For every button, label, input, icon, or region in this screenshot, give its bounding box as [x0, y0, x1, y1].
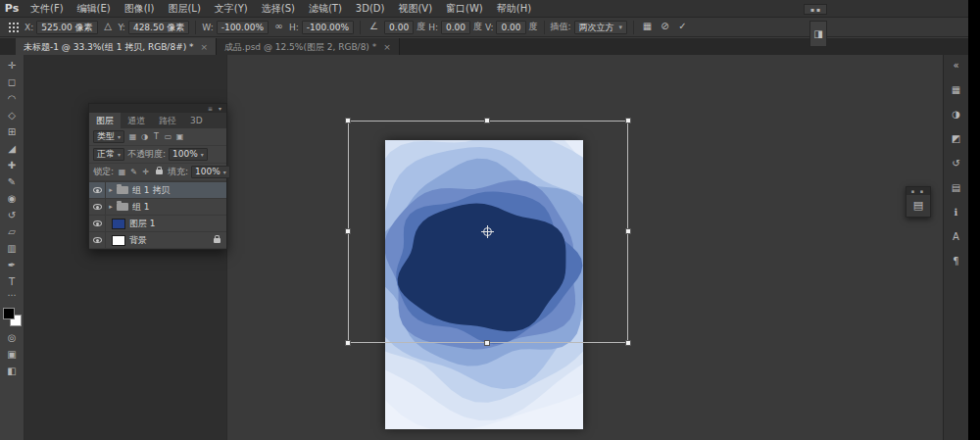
- commit-transform-button[interactable]: ✓: [675, 20, 690, 34]
- menu-type[interactable]: 文字(Y): [208, 0, 255, 18]
- vskew-input[interactable]: 0.00: [496, 21, 525, 34]
- history-brush-tool[interactable]: ↺: [3, 208, 22, 222]
- filter-smart-objects-icon[interactable]: ▣: [174, 132, 185, 141]
- menu-window[interactable]: 窗口(W): [439, 0, 490, 18]
- maintain-aspect-ratio-toggle[interactable]: ∞: [271, 20, 286, 34]
- hskew-input[interactable]: 0.00: [441, 21, 470, 34]
- adjustments-panel-icon[interactable]: ◑: [948, 107, 965, 122]
- opacity-select[interactable]: 100% ▾: [169, 148, 208, 161]
- height-input[interactable]: -100.00%: [302, 21, 354, 34]
- styles-panel-icon[interactable]: ◩: [948, 131, 965, 147]
- panel-tab-3d[interactable]: 3D: [183, 113, 210, 128]
- lock-transparency-icon[interactable]: ▦: [117, 168, 127, 176]
- expand-arrow-icon[interactable]: ▸: [106, 186, 116, 194]
- brush-tool[interactable]: ✎: [3, 174, 22, 189]
- panel-collapse-button[interactable]: ▪ ▪: [804, 4, 827, 15]
- lock-all-icon[interactable]: [156, 170, 163, 174]
- transform-handle-bottom-middle[interactable]: [484, 340, 490, 346]
- rotate-input[interactable]: 0.00: [384, 21, 414, 34]
- transform-pivot[interactable]: [483, 227, 492, 236]
- clone-stamp-tool[interactable]: ◉: [3, 191, 22, 206]
- menu-select[interactable]: 选择(S): [255, 0, 302, 18]
- lock-position-icon[interactable]: ✛: [140, 168, 151, 176]
- filter-type-select[interactable]: 类型 ▾: [93, 130, 124, 143]
- menu-edit[interactable]: 编辑(E): [71, 0, 118, 18]
- edit-toolbar-icon[interactable]: ⋯: [8, 291, 17, 301]
- panel-tab-channels[interactable]: 通道: [121, 113, 152, 128]
- pen-tool[interactable]: ✒: [3, 258, 22, 272]
- gradient-tool[interactable]: ▥: [3, 241, 22, 256]
- layer-row-3[interactable]: 图层 1: [89, 216, 226, 232]
- transform-handle-top-left[interactable]: [345, 118, 351, 123]
- tab-close-icon[interactable]: ×: [201, 39, 209, 55]
- visibility-toggle[interactable]: [89, 216, 106, 232]
- x-input[interactable]: 525.00 像素: [36, 21, 97, 34]
- swatches-panel-icon[interactable]: ▦: [948, 82, 965, 98]
- tab-close-icon[interactable]: ×: [383, 39, 391, 55]
- width-input[interactable]: -100.00%: [217, 21, 269, 34]
- lock-pixels-icon[interactable]: ✎: [128, 168, 139, 176]
- panel-tab-layers[interactable]: 图层: [89, 113, 121, 128]
- fill-select[interactable]: 100% ▾: [191, 166, 230, 178]
- info-panel-icon[interactable]: ℹ: [948, 205, 965, 220]
- menu-layer[interactable]: 图层(L): [161, 0, 207, 18]
- menu-filter[interactable]: 滤镜(T): [302, 0, 349, 18]
- layer-row-1[interactable]: ▸组 1 拷贝: [89, 182, 226, 199]
- panel-tab-paths[interactable]: 路径: [152, 113, 183, 128]
- visibility-toggle[interactable]: [89, 182, 106, 199]
- type-tool[interactable]: T: [3, 274, 22, 289]
- transform-handle-middle-left[interactable]: [345, 228, 351, 234]
- filter-shape-layers-icon[interactable]: ▭: [163, 132, 173, 141]
- menu-image[interactable]: 图像(I): [118, 0, 162, 18]
- floating-collapsed-panel[interactable]: ▪ ▪ ▤: [906, 186, 931, 218]
- menu-view[interactable]: 视图(V): [391, 0, 439, 18]
- collapsed-dock-button[interactable]: ◨: [809, 21, 827, 47]
- layer-row-2[interactable]: ▸组 1: [89, 199, 226, 216]
- eraser-tool[interactable]: ▱: [3, 224, 22, 239]
- visibility-toggle[interactable]: [89, 232, 106, 249]
- expand-arrow-icon[interactable]: ▸: [106, 203, 116, 211]
- document-tab-untitled-1[interactable]: 未标题-1 @ 33.3%(组 1 拷贝, RGB/8#) *×: [16, 38, 217, 55]
- transform-handle-top-right[interactable]: [625, 118, 631, 123]
- panel-menu-icon[interactable]: ≡ ▾: [208, 104, 223, 113]
- transform-handle-bottom-left[interactable]: [345, 340, 351, 346]
- healing-brush-tool[interactable]: ✚: [3, 158, 22, 172]
- panel-collapse-dots[interactable]: ▪ ▪: [906, 187, 930, 195]
- relative-positioning-toggle[interactable]: △: [101, 20, 116, 34]
- visibility-toggle[interactable]: [89, 199, 106, 216]
- menu-file[interactable]: 文件(F): [24, 0, 71, 18]
- menu-help[interactable]: 帮助(H): [490, 0, 538, 18]
- expand-panels-icon[interactable]: «: [948, 58, 965, 73]
- quick-selection-tool[interactable]: ◇: [3, 108, 22, 122]
- interpolation-select[interactable]: 两次立方 ▾: [574, 21, 628, 34]
- crop-tool[interactable]: ⊞: [3, 124, 22, 139]
- lasso-tool[interactable]: ◠: [3, 91, 22, 106]
- filter-pixel-layers-icon[interactable]: ▦: [127, 132, 138, 141]
- marquee-tool[interactable]: ◻: [3, 74, 22, 89]
- cancel-transform-button[interactable]: ⊘: [658, 20, 672, 34]
- move-tool[interactable]: ✛: [3, 58, 22, 73]
- collapsed-panel-icon[interactable]: ▤: [906, 195, 930, 217]
- properties-panel-icon[interactable]: ▤: [948, 180, 965, 196]
- transform-handle-middle-right[interactable]: [625, 228, 631, 234]
- reference-point-locator[interactable]: [8, 22, 19, 32]
- transform-handle-top-middle[interactable]: [484, 118, 490, 123]
- paragraph-panel-icon[interactable]: ¶: [948, 254, 965, 269]
- document-tab-chengpin-psd[interactable]: 成品.psd @ 12.5%(图层 2, RGB/8) *×: [217, 38, 400, 55]
- menu-3d[interactable]: 3D(D): [349, 0, 392, 18]
- layers-panel-titlebar[interactable]: ≡ ▾: [89, 104, 226, 113]
- zoom-tool[interactable]: ◎: [3, 330, 22, 345]
- screen-mode-button[interactable]: ◧: [3, 364, 22, 378]
- y-input[interactable]: 428.50 像素: [128, 21, 189, 34]
- transform-bounding-box[interactable]: [348, 121, 628, 343]
- warp-mode-toggle[interactable]: ▦: [640, 20, 655, 34]
- filter-type-layers-icon[interactable]: T: [151, 132, 162, 141]
- layer-row-4[interactable]: 背景: [89, 232, 226, 249]
- character-panel-icon[interactable]: A: [948, 229, 965, 245]
- transform-handle-bottom-right[interactable]: [625, 340, 631, 346]
- eyedropper-tool[interactable]: ◢: [3, 141, 22, 156]
- filter-adjustment-layers-icon[interactable]: ◑: [139, 132, 150, 141]
- blend-mode-select[interactable]: 正常 ▾: [93, 148, 124, 161]
- foreground-color-swatch[interactable]: [3, 308, 15, 319]
- history-panel-icon[interactable]: ↺: [948, 156, 965, 171]
